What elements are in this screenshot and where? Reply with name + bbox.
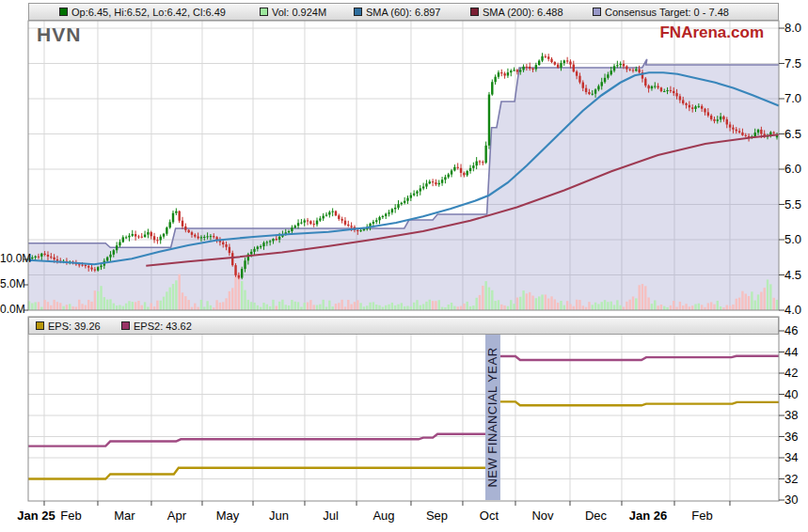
eps-axis-tick: 36 (784, 430, 808, 444)
ticker-symbol: HVN (37, 23, 81, 46)
month-label: Aug (357, 509, 410, 523)
legend-item-3: SMA (200): 6.488 (470, 7, 563, 18)
eps-axis-tick: 44 (784, 345, 808, 359)
eps-axis-tick: 32 (784, 472, 808, 486)
chart-canvas (0, 0, 808, 532)
month-label: Jun (252, 509, 305, 523)
eps-line (500, 401, 779, 405)
legend-label: Op:6.45, Hi:6.52, Lo:6.42, Cl:6.49 (71, 7, 226, 18)
brand-watermark: FNArena.com (602, 23, 764, 42)
consensus-target-band (28, 59, 779, 310)
month-label: Nov (516, 509, 569, 523)
price-axis-tick: 5.0 (784, 232, 808, 246)
legend-swatch (470, 8, 479, 16)
price-axis-tick: 4.0 (784, 303, 808, 317)
price-axis-tick: 7.0 (784, 91, 808, 105)
price-axis-tick: 7.5 (784, 56, 808, 70)
month-label: Jan 26 (622, 509, 674, 523)
volume-axis-tick: 0.0M (0, 303, 24, 316)
legend-label: EPS: 39.26 (48, 321, 101, 332)
month-label: Feb (44, 509, 97, 523)
volume-axis-tick: 10.0M (0, 252, 24, 265)
price-axis-tick: 8.0 (784, 21, 808, 35)
eps-axis-tick: 42 (784, 366, 808, 380)
month-label: Feb (675, 509, 728, 523)
eps2-line (500, 356, 779, 360)
price-axis-tick: 6.0 (784, 162, 808, 176)
legend-item-1: Vol: 0.924M (260, 7, 326, 18)
eps-axis-tick: 34 (784, 450, 808, 464)
month-label: Apr (151, 509, 203, 523)
legend-swatch (260, 8, 268, 16)
month-label: Jul (305, 509, 357, 523)
legend-swatch (593, 8, 601, 16)
month-label: Sep (410, 509, 463, 523)
eps-axis-tick: 38 (784, 408, 808, 422)
price-axis-tick: 4.5 (784, 268, 808, 282)
price-legend-bar: Op:6.45, Hi:6.52, Lo:6.42, Cl:6.49Vol: 0… (28, 3, 779, 21)
legend-item-1: EPS2: 43.62 (121, 321, 192, 332)
eps-legend-bar: EPS: 39.26EPS2: 43.62 (28, 317, 779, 335)
eps-line (28, 468, 485, 479)
legend-item-0: Op:6.45, Hi:6.52, Lo:6.42, Cl:6.49 (59, 7, 226, 18)
legend-label: Vol: 0.924M (272, 7, 326, 18)
price-axis-tick: 5.5 (784, 197, 808, 211)
legend-label: Consensus Target: 0 - 7.48 (605, 7, 729, 18)
fnarena-stock-chart: 8.07.57.06.56.05.55.04.54.010.0M5.0M0.0M… (0, 0, 808, 532)
eps-axis-tick: 40 (784, 387, 808, 401)
legend-label: SMA (200): 6.488 (483, 7, 563, 18)
price-axis-tick: 6.5 (784, 127, 808, 141)
legend-swatch (354, 8, 362, 16)
eps-axis-tick: 46 (784, 323, 808, 337)
legend-item-4: Consensus Target: 0 - 7.48 (593, 7, 729, 18)
legend-swatch (59, 8, 68, 16)
month-label: May (201, 509, 254, 523)
month-label: Oct (463, 509, 515, 523)
month-label: Mar (98, 509, 151, 523)
legend-swatch (36, 321, 44, 330)
legend-label: EPS2: 43.62 (134, 321, 192, 332)
month-label: Dec (569, 509, 622, 523)
volume-axis-tick: 5.0M (0, 277, 24, 290)
legend-item-0: EPS: 39.26 (36, 321, 101, 332)
new-financial-year-label: NEW FINANCIAL YEAR (485, 336, 502, 498)
legend-item-2: SMA (60): 6.897 (354, 7, 441, 18)
legend-label: SMA (60): 6.897 (366, 7, 441, 18)
eps2-line (28, 434, 485, 446)
legend-swatch (121, 321, 130, 330)
eps-axis-tick: 30 (784, 493, 808, 507)
